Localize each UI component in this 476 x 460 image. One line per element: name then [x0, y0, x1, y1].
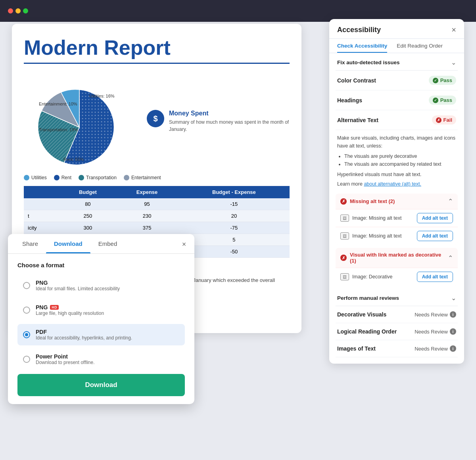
image-icon-3: 🖼 [340, 273, 349, 280]
table-cell-budget: 300 [60, 222, 115, 234]
add-alt-text-button-1[interactable]: Add alt text [417, 213, 453, 223]
modal-close-button[interactable]: × [178, 239, 190, 250]
tab-edit-reading-order[interactable]: Edit Reading Order [397, 39, 443, 53]
missing-alt-error-icon: ✗ [340, 198, 347, 205]
chart-label-rent: Rent: 55% [63, 157, 84, 162]
table-cell-diff: -15 [178, 198, 290, 210]
fix-issues-label: Fix auto-detected issues [337, 59, 400, 65]
manual-reviews-label: Perform manual reviews [337, 295, 399, 301]
manual-reviews-chevron: ⌄ [451, 294, 456, 302]
close-window-dot[interactable] [8, 8, 13, 13]
format-name-png-hd: PNGHD [36, 304, 104, 310]
missing-alt-item-1-label: 🖼 Image: Missing alt text [340, 215, 401, 222]
hd-badge: HD [50, 305, 59, 310]
headings-dot: ✓ [433, 98, 438, 103]
money-box: $ Money Spent Summary of how much money … [147, 110, 290, 133]
decorative-item-label: 🖼 Image: Decorative [340, 273, 392, 280]
format-desc-pdf: Ideal for accessibility, hyperlinks, and… [36, 335, 132, 341]
visual-link-group: ✗ Visual with link marked as decorative … [336, 248, 458, 286]
visual-link-label: ✗ Visual with link marked as decorative … [340, 252, 448, 264]
table-cell-expense: 375 [115, 222, 178, 234]
format-desc-png: Ideal for small files. Limited accessibi… [36, 286, 120, 291]
panel-tabs: Check Accessibility Edit Reading Order [329, 39, 464, 53]
panel-title: Accessibility [337, 26, 381, 34]
alt-text-bullet-2: The visuals are accompanied by related t… [344, 160, 456, 168]
format-radio-png-hd[interactable] [23, 307, 30, 314]
table-cell-expense: 230 [115, 210, 178, 222]
maximize-window-dot[interactable] [23, 8, 28, 13]
manual-reviews-header[interactable]: Perform manual reviews ⌄ [336, 289, 458, 306]
alt-text-bullets: The visuals are purely decorative The vi… [344, 152, 456, 168]
logical-reading-order-info-icon[interactable]: i [450, 328, 456, 335]
missing-alt-text-group: ✗ Missing alt text (2) ⌃ 🖼 Image: Missin… [336, 194, 458, 245]
visual-link-header[interactable]: ✗ Visual with link marked as decorative … [336, 248, 458, 268]
legend-entertainment-label: Entertainment [131, 175, 161, 180]
headings-badge: ✓ Pass [429, 96, 456, 105]
visual-link-error-icon: ✗ [340, 255, 347, 261]
color-contrast-label: Color Contrast [337, 77, 376, 84]
col-header-name [24, 186, 60, 198]
learn-more-text: Learn more about alternative (alt) text. [337, 180, 456, 188]
legend-transportation: Transportation [79, 175, 117, 180]
images-of-text-badge: Needs Review i [415, 345, 456, 352]
color-contrast-dot: ✓ [433, 78, 438, 83]
alt-text-row: Alternative Text ✗ Fail [336, 110, 458, 130]
alt-text-bullet-1: The visuals are purely decorative [344, 152, 456, 160]
decorative-visuals-label: Decorative Visuals [337, 311, 386, 318]
logical-reading-order-badge: Needs Review i [415, 328, 456, 335]
logical-reading-order-label: Logical Reading Order [337, 328, 397, 335]
accessibility-panel: Accessibility × Check Accessibility Edit… [329, 19, 464, 364]
missing-alt-item-2: 🖼 Image: Missing alt text Add alt text [336, 227, 458, 245]
minimize-window-dot[interactable] [15, 8, 21, 13]
chart-label-transportation: Transportation: 19% [39, 127, 78, 132]
headings-label: Headings [337, 97, 362, 104]
decorative-item: 🖼 Image: Decorative Add alt text [336, 268, 458, 286]
money-desc: Summary of how much money was spent in t… [169, 119, 290, 133]
chart-legend: Utilities Rent Transportation Entertainm… [24, 175, 290, 180]
format-option-powerpoint[interactable]: Power Point Download to present offline. [17, 349, 185, 370]
pie-chart: Utilities: 16% Rent: 55% Transportation:… [24, 76, 135, 167]
tab-share[interactable]: Share [14, 234, 46, 253]
col-header-diff: Budget - Expense [178, 186, 290, 198]
add-alt-text-button-3[interactable]: Add alt text [417, 272, 453, 282]
tab-embed[interactable]: Embed [90, 234, 125, 253]
legend-rent-label: Rent [61, 175, 71, 180]
table-cell-name: t [24, 210, 60, 222]
alt-text-badge: ✗ Fail [432, 115, 456, 125]
format-desc-powerpoint: Download to present offline. [36, 360, 95, 365]
tab-download[interactable]: Download [46, 234, 90, 253]
tab-check-accessibility[interactable]: Check Accessibility [337, 39, 387, 53]
format-radio-pdf[interactable] [23, 331, 30, 338]
alt-text-link[interactable]: about alternative (alt) text. [364, 181, 421, 187]
color-contrast-badge: ✓ Pass [429, 76, 456, 85]
download-button[interactable]: Download [17, 374, 185, 396]
fix-issues-header[interactable]: Fix auto-detected issues ⌄ [336, 53, 458, 71]
format-options: PNG Ideal for small files. Limited acces… [17, 275, 185, 370]
images-of-text-row: Images of Text Needs Review i [336, 340, 458, 357]
modal-body: Choose a format PNG Ideal for small file… [8, 254, 194, 404]
format-option-png-hd[interactable]: PNGHD Large file, high quality resolutio… [17, 299, 185, 321]
images-of-text-info-icon[interactable]: i [450, 345, 456, 352]
chart-label-entertainment: Entertainment: 10% [39, 102, 77, 106]
table-cell-name: icity [24, 222, 60, 234]
table-cell-diff: -50 [178, 246, 290, 258]
missing-alt-item-1: 🖼 Image: Missing alt text Add alt text [336, 209, 458, 227]
table-row: icity 300 375 -75 [24, 222, 290, 234]
format-option-pdf[interactable]: PDF Ideal for accessibility, hyperlinks,… [17, 324, 185, 345]
missing-alt-text-header[interactable]: ✗ Missing alt text (2) ⌃ [336, 194, 458, 209]
format-desc-png-hd: Large file, high quality resolution [36, 310, 104, 316]
report-divider [24, 63, 290, 64]
format-name-pdf: PDF [36, 329, 132, 335]
format-radio-powerpoint[interactable] [23, 356, 30, 363]
format-option-png[interactable]: PNG Ideal for small files. Limited acces… [17, 275, 185, 296]
add-alt-text-button-2[interactable]: Add alt text [417, 231, 453, 241]
table-cell-name [24, 198, 60, 210]
decorative-visuals-info-icon[interactable]: i [450, 311, 456, 318]
format-radio-png[interactable] [23, 282, 30, 289]
table-cell-budget: 80 [60, 198, 115, 210]
table-cell-diff: 5 [178, 234, 290, 246]
panel-close-button[interactable]: × [451, 25, 456, 34]
images-of-text-label: Images of Text [337, 345, 376, 352]
top-bar [0, 0, 476, 22]
table-cell-budget: 250 [60, 210, 115, 222]
